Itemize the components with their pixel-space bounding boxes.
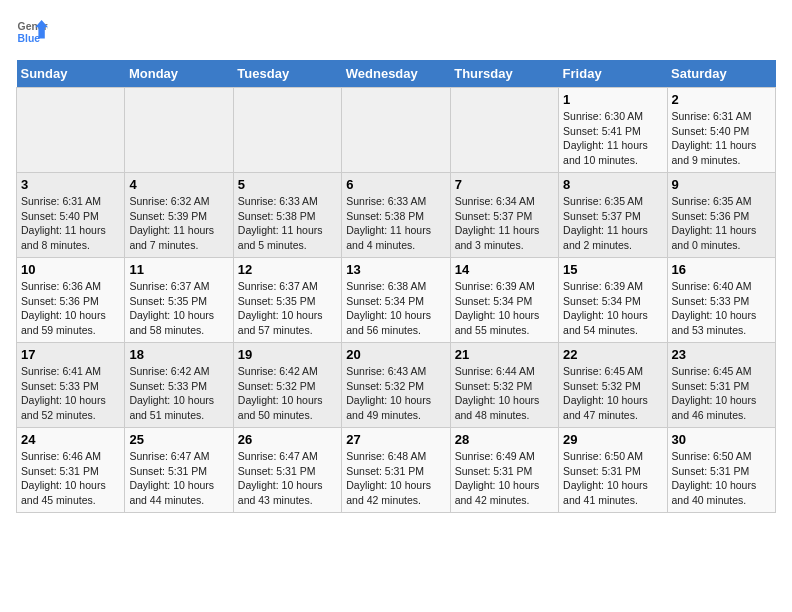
calendar-cell: 30Sunrise: 6:50 AMSunset: 5:31 PMDayligh… bbox=[667, 428, 775, 513]
calendar-cell: 8Sunrise: 6:35 AMSunset: 5:37 PMDaylight… bbox=[559, 173, 667, 258]
day-number: 2 bbox=[672, 92, 771, 107]
day-number: 8 bbox=[563, 177, 662, 192]
calendar-cell: 24Sunrise: 6:46 AMSunset: 5:31 PMDayligh… bbox=[17, 428, 125, 513]
day-detail: Sunrise: 6:48 AMSunset: 5:31 PMDaylight:… bbox=[346, 449, 445, 508]
day-detail: Sunrise: 6:34 AMSunset: 5:37 PMDaylight:… bbox=[455, 194, 554, 253]
day-number: 11 bbox=[129, 262, 228, 277]
day-number: 21 bbox=[455, 347, 554, 362]
calendar-cell: 29Sunrise: 6:50 AMSunset: 5:31 PMDayligh… bbox=[559, 428, 667, 513]
weekday-header: Sunday bbox=[17, 60, 125, 88]
calendar-cell: 27Sunrise: 6:48 AMSunset: 5:31 PMDayligh… bbox=[342, 428, 450, 513]
calendar-week-row: 3Sunrise: 6:31 AMSunset: 5:40 PMDaylight… bbox=[17, 173, 776, 258]
calendar-cell: 6Sunrise: 6:33 AMSunset: 5:38 PMDaylight… bbox=[342, 173, 450, 258]
day-number: 19 bbox=[238, 347, 337, 362]
calendar-cell bbox=[125, 88, 233, 173]
calendar-cell: 4Sunrise: 6:32 AMSunset: 5:39 PMDaylight… bbox=[125, 173, 233, 258]
day-number: 30 bbox=[672, 432, 771, 447]
calendar-cell: 12Sunrise: 6:37 AMSunset: 5:35 PMDayligh… bbox=[233, 258, 341, 343]
logo-icon: General Blue bbox=[16, 16, 48, 48]
weekday-header: Monday bbox=[125, 60, 233, 88]
calendar-cell: 11Sunrise: 6:37 AMSunset: 5:35 PMDayligh… bbox=[125, 258, 233, 343]
day-number: 25 bbox=[129, 432, 228, 447]
day-detail: Sunrise: 6:39 AMSunset: 5:34 PMDaylight:… bbox=[563, 279, 662, 338]
calendar-cell: 5Sunrise: 6:33 AMSunset: 5:38 PMDaylight… bbox=[233, 173, 341, 258]
day-detail: Sunrise: 6:37 AMSunset: 5:35 PMDaylight:… bbox=[238, 279, 337, 338]
day-number: 27 bbox=[346, 432, 445, 447]
day-detail: Sunrise: 6:30 AMSunset: 5:41 PMDaylight:… bbox=[563, 109, 662, 168]
day-number: 12 bbox=[238, 262, 337, 277]
day-number: 4 bbox=[129, 177, 228, 192]
weekday-header: Saturday bbox=[667, 60, 775, 88]
day-number: 10 bbox=[21, 262, 120, 277]
day-number: 5 bbox=[238, 177, 337, 192]
calendar-cell: 13Sunrise: 6:38 AMSunset: 5:34 PMDayligh… bbox=[342, 258, 450, 343]
day-detail: Sunrise: 6:37 AMSunset: 5:35 PMDaylight:… bbox=[129, 279, 228, 338]
day-number: 9 bbox=[672, 177, 771, 192]
calendar-cell bbox=[450, 88, 558, 173]
weekday-header: Thursday bbox=[450, 60, 558, 88]
day-detail: Sunrise: 6:43 AMSunset: 5:32 PMDaylight:… bbox=[346, 364, 445, 423]
weekday-header-row: SundayMondayTuesdayWednesdayThursdayFrid… bbox=[17, 60, 776, 88]
day-detail: Sunrise: 6:42 AMSunset: 5:32 PMDaylight:… bbox=[238, 364, 337, 423]
day-number: 6 bbox=[346, 177, 445, 192]
page-header: General Blue bbox=[16, 16, 776, 48]
calendar-week-row: 24Sunrise: 6:46 AMSunset: 5:31 PMDayligh… bbox=[17, 428, 776, 513]
day-number: 22 bbox=[563, 347, 662, 362]
day-number: 20 bbox=[346, 347, 445, 362]
calendar-cell: 20Sunrise: 6:43 AMSunset: 5:32 PMDayligh… bbox=[342, 343, 450, 428]
calendar-cell: 25Sunrise: 6:47 AMSunset: 5:31 PMDayligh… bbox=[125, 428, 233, 513]
weekday-header: Wednesday bbox=[342, 60, 450, 88]
calendar-cell: 10Sunrise: 6:36 AMSunset: 5:36 PMDayligh… bbox=[17, 258, 125, 343]
weekday-header: Friday bbox=[559, 60, 667, 88]
weekday-header: Tuesday bbox=[233, 60, 341, 88]
day-number: 14 bbox=[455, 262, 554, 277]
calendar-cell: 2Sunrise: 6:31 AMSunset: 5:40 PMDaylight… bbox=[667, 88, 775, 173]
day-detail: Sunrise: 6:47 AMSunset: 5:31 PMDaylight:… bbox=[238, 449, 337, 508]
day-detail: Sunrise: 6:41 AMSunset: 5:33 PMDaylight:… bbox=[21, 364, 120, 423]
day-number: 13 bbox=[346, 262, 445, 277]
day-number: 23 bbox=[672, 347, 771, 362]
day-number: 17 bbox=[21, 347, 120, 362]
calendar-cell bbox=[342, 88, 450, 173]
day-detail: Sunrise: 6:36 AMSunset: 5:36 PMDaylight:… bbox=[21, 279, 120, 338]
day-detail: Sunrise: 6:35 AMSunset: 5:36 PMDaylight:… bbox=[672, 194, 771, 253]
day-number: 28 bbox=[455, 432, 554, 447]
day-number: 7 bbox=[455, 177, 554, 192]
day-detail: Sunrise: 6:35 AMSunset: 5:37 PMDaylight:… bbox=[563, 194, 662, 253]
calendar-cell: 3Sunrise: 6:31 AMSunset: 5:40 PMDaylight… bbox=[17, 173, 125, 258]
calendar-cell: 23Sunrise: 6:45 AMSunset: 5:31 PMDayligh… bbox=[667, 343, 775, 428]
logo: General Blue bbox=[16, 16, 52, 48]
svg-text:Blue: Blue bbox=[18, 33, 41, 44]
calendar-week-row: 1Sunrise: 6:30 AMSunset: 5:41 PMDaylight… bbox=[17, 88, 776, 173]
day-detail: Sunrise: 6:32 AMSunset: 5:39 PMDaylight:… bbox=[129, 194, 228, 253]
calendar-cell: 17Sunrise: 6:41 AMSunset: 5:33 PMDayligh… bbox=[17, 343, 125, 428]
calendar-cell: 1Sunrise: 6:30 AMSunset: 5:41 PMDaylight… bbox=[559, 88, 667, 173]
calendar-table: SundayMondayTuesdayWednesdayThursdayFrid… bbox=[16, 60, 776, 513]
day-detail: Sunrise: 6:47 AMSunset: 5:31 PMDaylight:… bbox=[129, 449, 228, 508]
calendar-cell bbox=[17, 88, 125, 173]
day-number: 16 bbox=[672, 262, 771, 277]
day-number: 24 bbox=[21, 432, 120, 447]
calendar-cell: 21Sunrise: 6:44 AMSunset: 5:32 PMDayligh… bbox=[450, 343, 558, 428]
day-detail: Sunrise: 6:46 AMSunset: 5:31 PMDaylight:… bbox=[21, 449, 120, 508]
calendar-cell: 9Sunrise: 6:35 AMSunset: 5:36 PMDaylight… bbox=[667, 173, 775, 258]
calendar-cell: 15Sunrise: 6:39 AMSunset: 5:34 PMDayligh… bbox=[559, 258, 667, 343]
calendar-week-row: 10Sunrise: 6:36 AMSunset: 5:36 PMDayligh… bbox=[17, 258, 776, 343]
day-number: 18 bbox=[129, 347, 228, 362]
calendar-cell: 28Sunrise: 6:49 AMSunset: 5:31 PMDayligh… bbox=[450, 428, 558, 513]
calendar-week-row: 17Sunrise: 6:41 AMSunset: 5:33 PMDayligh… bbox=[17, 343, 776, 428]
day-detail: Sunrise: 6:31 AMSunset: 5:40 PMDaylight:… bbox=[21, 194, 120, 253]
day-detail: Sunrise: 6:45 AMSunset: 5:32 PMDaylight:… bbox=[563, 364, 662, 423]
calendar-cell: 19Sunrise: 6:42 AMSunset: 5:32 PMDayligh… bbox=[233, 343, 341, 428]
calendar-cell: 14Sunrise: 6:39 AMSunset: 5:34 PMDayligh… bbox=[450, 258, 558, 343]
day-detail: Sunrise: 6:38 AMSunset: 5:34 PMDaylight:… bbox=[346, 279, 445, 338]
calendar-cell bbox=[233, 88, 341, 173]
day-detail: Sunrise: 6:45 AMSunset: 5:31 PMDaylight:… bbox=[672, 364, 771, 423]
calendar-cell: 22Sunrise: 6:45 AMSunset: 5:32 PMDayligh… bbox=[559, 343, 667, 428]
day-detail: Sunrise: 6:49 AMSunset: 5:31 PMDaylight:… bbox=[455, 449, 554, 508]
calendar-cell: 16Sunrise: 6:40 AMSunset: 5:33 PMDayligh… bbox=[667, 258, 775, 343]
day-number: 26 bbox=[238, 432, 337, 447]
day-detail: Sunrise: 6:40 AMSunset: 5:33 PMDaylight:… bbox=[672, 279, 771, 338]
day-number: 29 bbox=[563, 432, 662, 447]
calendar-cell: 18Sunrise: 6:42 AMSunset: 5:33 PMDayligh… bbox=[125, 343, 233, 428]
